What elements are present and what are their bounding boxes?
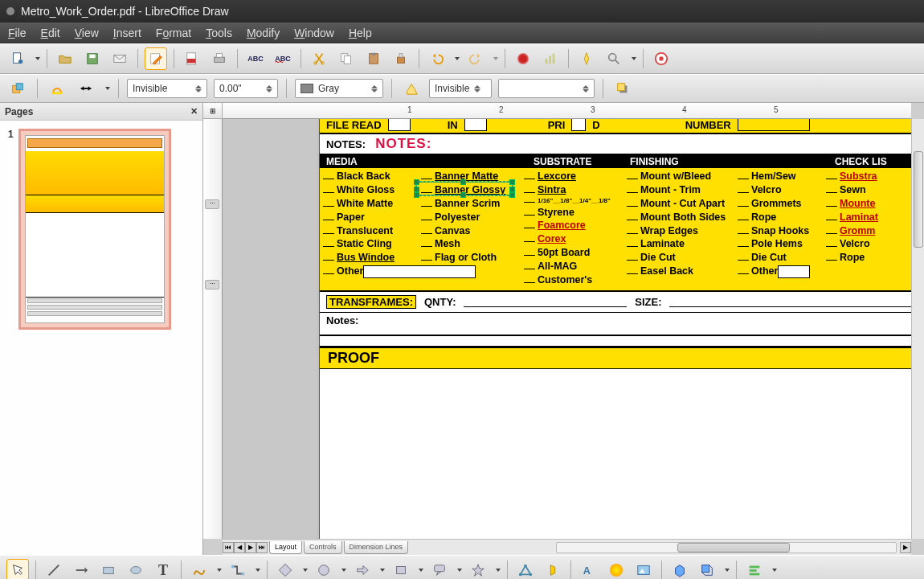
tab-nav-next[interactable]: ▶ — [245, 542, 256, 553]
align-dropdown-icon[interactable] — [772, 569, 777, 572]
clone-format-button[interactable] — [390, 47, 412, 70]
extrusion-dropdown-icon[interactable] — [725, 569, 730, 572]
new-button[interactable] — [6, 47, 29, 70]
toggle-extrusion-button[interactable] — [696, 559, 718, 579]
arrow-shapes-tool[interactable] — [351, 559, 374, 579]
star-tool[interactable] — [467, 559, 489, 579]
redo-button[interactable] — [464, 47, 487, 70]
arrange-button[interactable] — [6, 77, 29, 100]
navigator-button[interactable] — [575, 47, 598, 70]
save-button[interactable] — [81, 47, 104, 70]
menu-insert[interactable]: Insert — [113, 27, 141, 39]
from-file-tool[interactable] — [605, 559, 628, 579]
rectangle-tool[interactable] — [97, 559, 120, 579]
edit-mode-button[interactable] — [145, 47, 167, 70]
curve-dropdown-icon[interactable] — [217, 569, 222, 572]
line-width-combo[interactable]: 0.00" — [214, 79, 278, 98]
undo-dropdown-icon[interactable] — [455, 57, 460, 60]
arrow-ends-dropdown-icon[interactable] — [105, 87, 110, 90]
menu-help[interactable]: Help — [349, 27, 372, 39]
curve-tool[interactable] — [188, 559, 211, 579]
transframes-label: TRANSFRAMES: — [326, 295, 416, 309]
basic-shapes-tool[interactable] — [274, 559, 296, 579]
copy-button[interactable] — [335, 47, 358, 70]
menu-edit[interactable]: Edit — [41, 27, 60, 39]
menu-format[interactable]: Format — [156, 27, 191, 39]
new-dropdown-icon[interactable] — [35, 57, 40, 60]
menu-tools[interactable]: Tools — [206, 27, 232, 39]
redo-dropdown-icon[interactable] — [493, 57, 498, 60]
ruler-vertical[interactable]: ⋯ ⋯ — [203, 119, 223, 539]
flowchart-tool[interactable] — [390, 559, 412, 579]
symbol-dropdown-icon[interactable] — [341, 569, 346, 572]
tab-nav-prev[interactable]: ◀ — [234, 542, 245, 553]
record-button[interactable] — [512, 47, 534, 70]
text-tool[interactable]: T — [152, 559, 174, 579]
zoom-dropdown-icon[interactable] — [632, 57, 636, 60]
layer-tab-dimension[interactable]: Dimension Lines — [344, 541, 409, 554]
pointer-tool[interactable] — [6, 559, 29, 579]
opt: Static Cling — [337, 238, 392, 249]
spellcheck-button[interactable]: ABC — [244, 47, 267, 70]
layer-tab-layout[interactable]: Layout — [269, 541, 302, 554]
mail-button[interactable] — [108, 47, 131, 70]
shadow-button[interactable] — [611, 77, 634, 100]
symbol-shapes-tool[interactable] — [313, 559, 335, 579]
line-style-combo[interactable]: Invisible — [127, 79, 207, 98]
menu-file[interactable]: File — [8, 27, 27, 39]
area-button[interactable] — [400, 77, 423, 100]
extrusion-tool[interactable] — [668, 559, 691, 579]
arrow-ends-button[interactable] — [75, 77, 97, 100]
scrollbar-thumb[interactable] — [677, 543, 790, 552]
document-page[interactable]: FILE READ IN PRID NUMBER NOTES: NOTES: M… — [319, 119, 911, 539]
points-tool[interactable] — [514, 559, 537, 579]
cut-button[interactable] — [308, 47, 330, 70]
fill-color-combo[interactable]: Gray — [295, 79, 383, 98]
menu-view[interactable]: View — [75, 27, 99, 39]
callout-dropdown-icon[interactable] — [457, 569, 462, 572]
layer-tab-controls[interactable]: Controls — [304, 541, 342, 554]
toolbar-line-fill: Invisible 0.00" Gray Invisible — [0, 74, 924, 103]
alignment-button[interactable] — [743, 559, 766, 579]
line-color-button[interactable] — [46, 77, 68, 100]
export-pdf-button[interactable] — [181, 47, 203, 70]
tab-nav-last[interactable]: ⏭ — [256, 542, 268, 553]
undo-button[interactable] — [426, 47, 448, 70]
page-thumbnail[interactable] — [18, 129, 171, 330]
scrollbar-thumb[interactable] — [914, 151, 923, 248]
horizontal-scrollbar[interactable] — [556, 542, 897, 553]
zoom-button[interactable] — [603, 47, 625, 70]
ruler-horizontal[interactable]: 1 2 3 4 5 — [223, 103, 911, 119]
tab-nav-first[interactable]: ⏮ — [223, 542, 234, 553]
chart-button[interactable] — [539, 47, 562, 70]
panel-close-icon[interactable]: ✕ — [190, 106, 198, 117]
arrows-dropdown-icon[interactable] — [380, 569, 385, 572]
canvas-viewport[interactable]: FILE READ IN PRID NUMBER NOTES: NOTES: M… — [223, 119, 911, 539]
callout-tool[interactable] — [428, 559, 451, 579]
connector-dropdown-icon[interactable] — [256, 569, 260, 572]
open-button[interactable] — [54, 47, 76, 70]
print-button[interactable] — [208, 47, 231, 70]
selection-box[interactable] — [416, 182, 513, 195]
ellipse-tool[interactable] — [125, 559, 147, 579]
paste-button[interactable] — [362, 47, 385, 70]
line-tool[interactable] — [43, 559, 65, 579]
connector-tool[interactable] — [227, 559, 249, 579]
menu-modify[interactable]: Modify — [247, 27, 280, 39]
fontwork-tool[interactable]: A — [578, 559, 600, 579]
ruler-corner[interactable]: ⊞ — [203, 103, 223, 119]
flow-dropdown-icon[interactable] — [419, 569, 423, 572]
autospell-button[interactable]: ABC~~ — [272, 47, 294, 70]
fill-style-combo[interactable]: Invisible — [429, 79, 492, 98]
glue-tool[interactable] — [542, 559, 564, 579]
vertical-scrollbar[interactable] — [911, 119, 924, 539]
shapes-dropdown-icon[interactable] — [303, 569, 308, 572]
opt: Velcro — [840, 238, 870, 249]
fill-detail-combo[interactable] — [498, 79, 595, 98]
arrow-line-tool[interactable] — [70, 559, 92, 579]
star-dropdown-icon[interactable] — [496, 569, 501, 572]
menu-window[interactable]: Window — [294, 27, 334, 39]
help-button[interactable] — [650, 47, 673, 70]
scroll-right-icon[interactable]: ▶ — [900, 542, 911, 553]
gallery-button[interactable] — [632, 559, 655, 579]
